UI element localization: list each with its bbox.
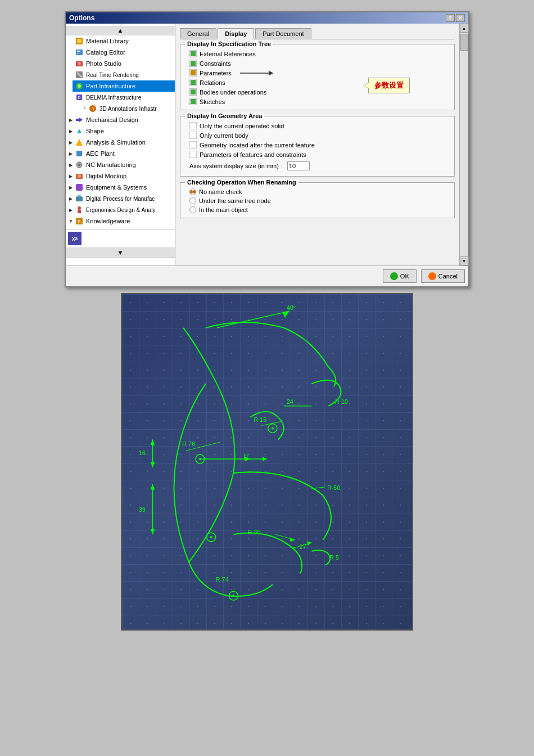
check-parameters[interactable]: Parameters: [189, 68, 450, 78]
cancel-button[interactable]: Cancel: [421, 269, 465, 283]
svg-point-67: [232, 595, 234, 597]
nc-icon: [75, 160, 84, 169]
tree-item-delmia[interactable]: D DELMIA Infrastructure: [73, 92, 175, 103]
drawing-panel: 40° R 76 24 R 10 R 15 16 H R 50 39 R 30 …: [121, 293, 413, 631]
expand-nc[interactable]: ▶: [68, 162, 74, 168]
cancel-icon: [428, 272, 436, 280]
tree-item-know[interactable]: ▼ K Knowledgeware: [66, 215, 175, 227]
svg-point-26: [78, 206, 81, 210]
dialog-title: Options: [69, 14, 94, 22]
check-geometry-after[interactable]: Geometry located after the current featu…: [189, 140, 450, 150]
tab-part-document[interactable]: Part Document: [255, 28, 311, 39]
analysis-icon: [75, 138, 84, 147]
tree-bottom-icon[interactable]: xa: [68, 232, 82, 245]
check-sketches[interactable]: Sketches: [189, 97, 450, 106]
radio-no-name-check[interactable]: No name check: [189, 187, 450, 196]
svg-text:R 10: R 10: [335, 398, 348, 405]
check-icon-sketches: [189, 98, 197, 105]
check-current-solid[interactable]: Only the current operated solid: [189, 121, 450, 130]
label-geometry-after: Geometry located after the current featu…: [200, 142, 315, 148]
geo-section-title: Display In Geometry Area: [185, 112, 264, 119]
tree-label-part: Part Infrastructure: [86, 83, 135, 89]
check-constraints[interactable]: Constraints: [189, 58, 450, 68]
tab-bar: General Display Part Document: [180, 28, 455, 39]
svg-text:R 74: R 74: [216, 576, 229, 583]
svg-rect-33: [191, 61, 196, 66]
radio-main-object[interactable]: In the main object: [189, 205, 450, 214]
ok-button[interactable]: OK: [383, 269, 417, 283]
tree-label-analysis: Analysis & Simulation: [86, 139, 146, 146]
expand-shape[interactable]: ▶: [68, 128, 74, 134]
tree-item-render[interactable]: Real Time Rendering: [73, 69, 175, 80]
svg-marker-55: [151, 484, 155, 490]
tree-item-catalog[interactable]: Catalog Editor: [73, 47, 175, 58]
tree-scroll-down[interactable]: ▼: [66, 248, 175, 258]
tree-item-mech[interactable]: ▶ Mechanical Design: [66, 114, 175, 125]
scroll-thumb[interactable]: [460, 34, 468, 51]
tree-label-dpm: Digital Process for Manufac: [86, 196, 155, 202]
tree-item-photo[interactable]: Photo Studio: [73, 58, 175, 69]
tree-item-ergo[interactable]: ▶ Ergonomics Design & Analy: [66, 204, 175, 215]
label-sketches: Sketches: [200, 98, 225, 105]
tab-display[interactable]: Display: [218, 28, 254, 39]
check-current-body[interactable]: Only current body: [189, 130, 450, 140]
label-main-object: In the main object: [199, 206, 248, 213]
check-relations[interactable]: Relations: [189, 78, 450, 87]
tree-label-know: Knowledgeware: [86, 218, 130, 224]
tree-item-aec[interactable]: ▶ AEC Plant: [66, 148, 175, 159]
tab-general[interactable]: General: [180, 28, 216, 39]
axis-separator: :: [281, 163, 283, 169]
right-scrollbar[interactable]: ▲ ▼: [459, 24, 468, 266]
expand-dpm[interactable]: ▶: [68, 196, 74, 201]
titlebar-controls: ? ✕: [446, 14, 465, 22]
scroll-up-btn[interactable]: ▲: [460, 24, 469, 33]
check-icon-params: [189, 151, 197, 158]
tree-item-analysis[interactable]: ▶ Analysis & Simulation: [66, 137, 175, 148]
svg-text:R 15: R 15: [254, 416, 266, 423]
scroll-down-btn[interactable]: ▼: [460, 256, 469, 266]
svg-text:40°: 40°: [287, 304, 296, 311]
tree-item-shape[interactable]: ▶ Shape: [66, 125, 175, 137]
label-params-features: Parameters of features and constraints: [200, 151, 306, 158]
options-dialog: Options ? ✕ ▲ Material Library: [65, 11, 469, 287]
tree-label-material: Material Library: [86, 38, 129, 44]
check-icon-parameters: [189, 69, 197, 76]
svg-rect-40: [191, 89, 196, 94]
help-button[interactable]: ?: [446, 14, 455, 22]
tree-item-dpm[interactable]: ▶ Digital Process for Manufac: [66, 193, 175, 204]
tree-item-nc[interactable]: ▶ NC Manufacturing: [66, 159, 175, 170]
svg-marker-53: [151, 462, 155, 467]
tree-item-digital[interactable]: ▶ Digital Mockup: [66, 170, 175, 182]
expand-know[interactable]: ▼: [68, 218, 74, 224]
expand-mech[interactable]: ▶: [68, 117, 74, 123]
check-external-refs[interactable]: External References: [189, 49, 450, 58]
equip-icon: [75, 183, 84, 192]
close-button[interactable]: ✕: [456, 14, 465, 22]
tree-label-render: Real Time Rendering: [86, 72, 139, 78]
label-bodies: Bodies under operations: [200, 89, 266, 96]
expand-aec[interactable]: ▶: [68, 151, 74, 156]
axis-size-input[interactable]: [287, 161, 310, 170]
check-icon-relations: [189, 79, 197, 86]
svg-rect-23: [76, 184, 83, 191]
aec-icon: [75, 149, 84, 158]
tree-scroll-up[interactable]: ▲: [66, 26, 175, 35]
tree-item-equip[interactable]: ▶ Equipment & Systems: [66, 182, 175, 193]
expand-equip[interactable]: ▶: [68, 184, 74, 190]
know-icon: K: [75, 217, 84, 226]
tree-item-3dannot[interactable]: └ 3 3D Annotations Infrastr: [79, 103, 175, 114]
label-constraints: Constraints: [200, 60, 231, 67]
part-icon: [75, 82, 84, 91]
check-bodies[interactable]: Bodies under operations: [189, 87, 450, 97]
tree-item-part[interactable]: Part Infrastructure: [73, 80, 175, 92]
dialog-titlebar: Options ? ✕: [66, 12, 468, 24]
check-params-features[interactable]: Parameters of features and constraints: [189, 150, 450, 159]
svg-line-47: [217, 311, 289, 328]
expand-annot[interactable]: └: [82, 106, 87, 111]
expand-analysis[interactable]: ▶: [68, 140, 74, 145]
expand-digital[interactable]: ▶: [68, 173, 74, 179]
expand-ergo[interactable]: ▶: [68, 207, 74, 213]
radio-same-tree[interactable]: Under the same tree node: [189, 196, 450, 205]
tree-item-material[interactable]: Material Library: [73, 35, 175, 47]
label-current-solid: Only the current operated solid: [200, 123, 284, 129]
